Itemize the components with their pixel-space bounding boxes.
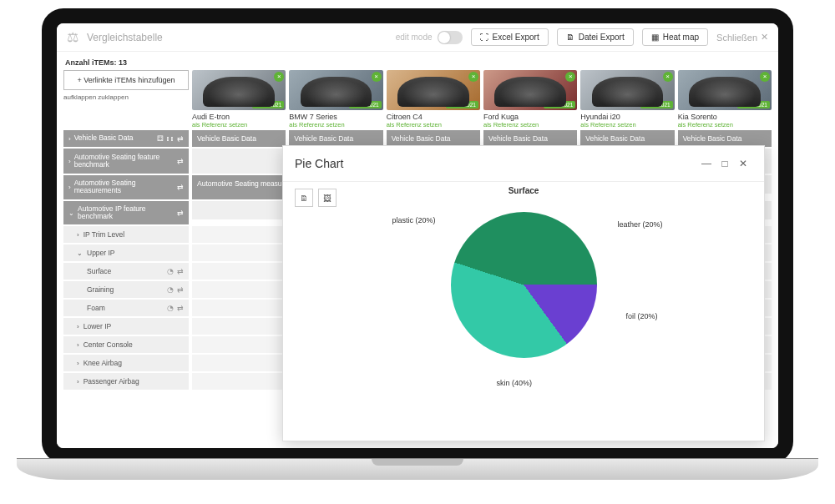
vehicle-name: Kia Sorento [678,113,772,121]
vehicle-thumbnail[interactable]: ×03.08.2021 [387,70,480,110]
export-icon: ⛶ [480,33,488,42]
vehicle-thumbnail[interactable]: ×03.08.2021 [289,70,382,110]
set-reference-link[interactable]: als Referenz setzen [678,121,772,129]
date-badge: 03.08.2021 [737,101,770,108]
vehicle-name: Citroen C4 [387,113,480,121]
date-badge: 03.08.2021 [252,101,285,108]
pie-icon[interactable]: ◔ [167,285,174,294]
pie-icon[interactable]: ◔ [167,304,174,312]
remove-vehicle-icon[interactable]: × [565,72,575,82]
section-header-vehicle-basic-data[interactable]: ›Vehicle Basic Data ⚃⫾⫾⇄ [63,130,189,147]
set-reference-link[interactable]: als Referenz setzen [289,121,382,129]
section-header-ip-feature[interactable]: ⌄Automotive IP feature benchmark ⇄ [63,201,189,225]
chevron-right-icon: › [68,135,71,143]
date-badge: 03.08.2021 [446,101,478,108]
minimize-button[interactable]: — [697,154,716,173]
laptop-base [17,458,818,480]
swap-icon[interactable]: ⇄ [177,157,184,165]
pie-icon[interactable]: ◔ [167,267,174,275]
remove-vehicle-icon[interactable]: × [468,72,478,82]
vehicle-column: ×03.08.2021Kia Sorentoals Referenz setze… [678,70,772,129]
file-export-button[interactable]: 🗎Datei Export [557,28,634,46]
set-reference-link[interactable]: als Referenz setzen [192,121,286,129]
chart-title: Surface [509,186,539,195]
tree-item-lower-ip[interactable]: ›Lower IP [63,318,189,335]
vehicle-name: Ford Kuga [483,113,577,121]
section-row-vehicle-basic-data: ›Vehicle Basic Data ⚃⫾⫾⇄ Vehicle Basic D… [63,130,772,147]
swap-icon[interactable]: ⇄ [177,304,184,312]
vehicle-thumbnail[interactable]: ×03.08.2021 [483,70,577,110]
close-button[interactable]: Schließen ✕ [716,32,768,43]
swap-icon[interactable]: ⇄ [177,209,184,217]
tree-item-surface[interactable]: Surface◔⇄ [63,263,189,280]
modal-close-button[interactable]: ✕ [734,154,752,173]
date-badge: 03.08.2021 [640,101,673,108]
scales-icon: ⚖ [67,29,78,45]
remove-vehicle-icon[interactable]: × [663,72,673,82]
toggle-switch[interactable] [438,31,463,44]
vehicle-name: Hyundai i20 [580,113,674,121]
vehicle-column: ×03.08.2021BMW 7 Seriesals Referenz setz… [289,70,382,129]
chart-icon[interactable]: ⫾⫾ [166,134,175,143]
excel-export-button[interactable]: ⛶Excel Export [471,28,549,46]
section-header-seating-measurements[interactable]: ›Automotive Seating measurements ⇄ [63,175,189,199]
pie-label: plastic (20%) [392,216,436,224]
vehicle-column: ×03.08.2021Ford Kugaals Referenz setzen [483,70,577,129]
tree-item-foam[interactable]: Foam◔⇄ [63,300,189,316]
top-bar: ⚖ Vergleichstabelle edit mode ⛶Excel Exp… [57,23,778,52]
vehicle-column: ×03.08.2021Hyundai i20als Referenz setze… [580,70,674,129]
vehicle-thumbnail[interactable]: ×03.08.2021 [580,70,674,110]
tree-item-upper-ip[interactable]: ⌄Upper IP [63,244,189,261]
fold-controls[interactable]: aufklappen zuklappen [63,90,189,104]
add-linked-items-button[interactable]: + Verlinkte iTEMs hinzufügen [63,70,189,90]
pie-label: leather (20%) [618,220,663,229]
pie-label: foil (20%) [626,312,658,320]
vehicle-column: ×03.08.2021Citroen C4als Referenz setzen [387,70,480,129]
swap-icon[interactable]: ⇄ [177,267,184,275]
tree-item-knee-airbag[interactable]: ›Knee Airbag [63,355,189,371]
maximize-button[interactable]: □ [716,154,734,173]
set-reference-link[interactable]: als Referenz setzen [483,121,577,129]
tree-item-graining[interactable]: Graining◔⇄ [63,281,189,298]
remove-vehicle-icon[interactable]: × [760,72,770,82]
modal-title: Pie Chart [295,157,343,170]
vehicle-header-row: + Verlinkte iTEMs hinzufügen aufklappen … [63,70,772,129]
remove-vehicle-icon[interactable]: × [274,72,284,82]
vehicle-thumbnail[interactable]: ×03.08.2021 [678,70,772,110]
chevron-right-icon: › [68,158,71,165]
heatmap-button[interactable]: ▦Heat map [642,28,708,46]
tree-item-ip-trim[interactable]: ›IP Trim Level [63,226,189,243]
section-header-seating-feature[interactable]: ›Automotive Seating feature benchmark ⇄ [63,149,189,174]
date-badge: 03.08.2021 [349,101,382,108]
item-count: Anzahl iTEMs: 13 [63,55,772,70]
pie-label: skin (40%) [497,379,533,387]
vehicle-name: BMW 7 Series [289,113,382,121]
swap-icon[interactable]: ⇄ [177,134,184,143]
date-badge: 03.08.2021 [544,101,576,108]
file-icon: 🗎 [566,33,574,42]
tree-item-passenger-airbag[interactable]: ›Passenger Airbag [63,373,189,390]
pie-chart-modal: Pie Chart — □ ✕ 🗎 🖼 Surface leather (20%… [282,145,765,441]
pie-chart: leather (20%)foil (20%)skin (40%)plastic… [451,212,597,358]
set-reference-link[interactable]: als Referenz setzen [387,121,480,129]
grid-icon: ▦ [651,33,659,42]
swap-icon[interactable]: ⇄ [177,183,184,191]
set-reference-link[interactable]: als Referenz setzen [580,121,674,129]
tree-item-center-console[interactable]: ›Center Console [63,336,189,353]
vehicle-name: Audi E-tron [192,113,286,121]
dice-icon[interactable]: ⚃ [157,134,164,143]
close-icon: ✕ [761,32,768,43]
vehicle-column: ×03.08.2021Audi E-tronals Referenz setze… [192,70,286,129]
swap-icon[interactable]: ⇄ [177,285,184,294]
vehicle-thumbnail[interactable]: ×03.08.2021 [192,70,286,110]
page-title: Vergleichstabelle [87,32,163,43]
chevron-down-icon: ⌄ [68,209,74,217]
chevron-right-icon: › [68,184,71,191]
edit-mode-toggle[interactable]: edit mode [396,31,463,44]
remove-vehicle-icon[interactable]: × [372,72,382,82]
